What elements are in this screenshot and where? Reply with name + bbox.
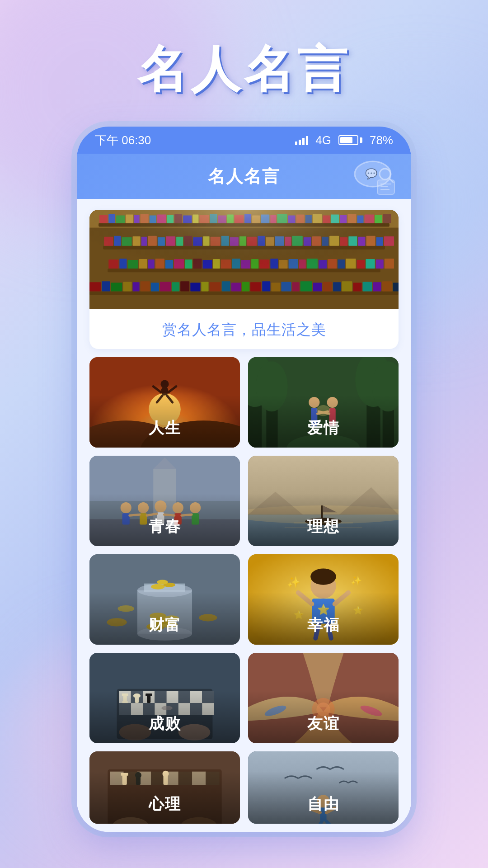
category-label-success: 成败 — [89, 691, 240, 743]
svg-rect-141 — [89, 210, 399, 309]
banner-image — [89, 210, 399, 309]
category-label-freedom: 自由 — [248, 771, 399, 824]
status-time: 下午 06:30 — [95, 132, 151, 148]
category-label-love: 爱情 — [248, 395, 399, 448]
status-right: 4G 78% — [295, 133, 393, 147]
category-label-psychology: 心理 — [89, 771, 240, 824]
status-bar: 下午 06:30 4G 78% — [77, 127, 411, 154]
category-label-happiness: 幸福 — [248, 592, 399, 645]
svg-point-216 — [310, 568, 336, 585]
main-title: 名人名言 — [137, 36, 351, 104]
app-header-title: 名人名言 — [208, 165, 280, 188]
category-item-success[interactable]: 成败 — [89, 653, 240, 743]
svg-point-208 — [151, 584, 164, 590]
svg-text:✨: ✨ — [351, 575, 362, 586]
category-label-life: 人生 — [89, 395, 240, 448]
network-type: 4G — [315, 133, 331, 147]
svg-point-147 — [160, 380, 169, 388]
category-item-love[interactable]: 爱情 — [248, 357, 399, 448]
category-item-freedom[interactable]: 自由 — [248, 751, 399, 824]
battery-icon — [338, 135, 362, 145]
banner-card[interactable]: 赏名人名言，品生活之美 — [89, 210, 399, 349]
signal-icon — [295, 135, 308, 145]
phone-frame: 下午 06:30 4G 78% 名人名言 — [77, 127, 411, 832]
svg-text:✨: ✨ — [287, 576, 301, 589]
category-label-friendship: 友谊 — [248, 691, 399, 743]
svg-point-210 — [157, 580, 168, 585]
app-header: 名人名言 💬 — [77, 154, 411, 199]
svg-text:💬: 💬 — [365, 168, 378, 180]
category-item-youth[interactable]: 青春 — [89, 456, 240, 546]
category-label-wealth: 财富 — [89, 592, 240, 645]
content-area: 赏名人名言，品生活之美 — [77, 199, 411, 832]
category-item-psychology[interactable]: 心理 — [89, 751, 240, 824]
category-item-wealth[interactable]: 财富 — [89, 554, 240, 645]
banner-subtitle: 赏名人名言，品生活之美 — [89, 309, 399, 349]
category-item-ideal[interactable]: 理想 — [248, 456, 399, 546]
category-grid: 人生 — [77, 357, 411, 824]
category-item-friendship[interactable]: 友谊 — [248, 653, 399, 743]
category-item-happiness[interactable]: ⭐ ✨ ✨ ⭐ ⭐ 幸福 — [248, 554, 399, 645]
battery-percent: 78% — [370, 133, 393, 147]
category-label-ideal: 理想 — [248, 494, 399, 546]
category-item-life[interactable]: 人生 — [89, 357, 240, 448]
category-label-youth: 青春 — [89, 494, 240, 546]
header-decoration-icon: 💬 — [348, 158, 398, 205]
